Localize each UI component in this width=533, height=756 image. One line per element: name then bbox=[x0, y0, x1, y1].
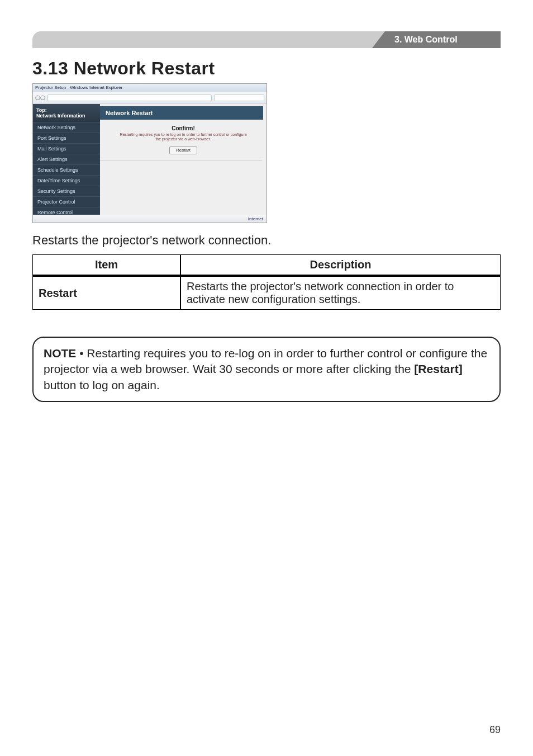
sidebar-item: Schedule Settings bbox=[33, 164, 100, 175]
browser-search bbox=[214, 94, 264, 101]
status-internet-label: Internet bbox=[248, 216, 263, 221]
note-body-2: button to log on again. bbox=[44, 379, 160, 391]
note-restart-bold: [Restart] bbox=[414, 362, 462, 375]
network-restart-screenshot: Projector Setup - Windows Internet Explo… bbox=[32, 83, 267, 223]
note-box: NOTE • Restarting requires you to re-log… bbox=[32, 337, 501, 402]
sidebar-network-info-label: Network Information bbox=[36, 113, 97, 119]
sidebar-item: Network Settings bbox=[33, 122, 100, 133]
page: 3. Web Control 3.13 Network Restart Proj… bbox=[0, 0, 533, 756]
window-title-bar: Projector Setup - Windows Internet Explo… bbox=[33, 84, 266, 92]
note-label: NOTE bbox=[44, 347, 76, 360]
sidebar-top-label: Top: bbox=[36, 107, 97, 113]
sidebar-item: Alert Settings bbox=[33, 154, 100, 164]
sidebar-item: Security Settings bbox=[33, 186, 100, 196]
description-table: Item Description Restart Restarts the pr… bbox=[32, 254, 501, 310]
sidebar-item: Projector Control bbox=[33, 196, 100, 207]
table-cell-item: Restart bbox=[32, 276, 180, 310]
sidebar-item: Mail Settings bbox=[33, 143, 100, 154]
back-forward-icon: ◯◯ bbox=[35, 95, 45, 100]
table-header-item: Item bbox=[32, 254, 180, 276]
sidebar-item: Port Settings bbox=[33, 133, 100, 143]
intro-text: Restarts the projector's network connect… bbox=[32, 233, 501, 248]
page-number: 69 bbox=[489, 724, 501, 736]
confirm-heading: Confirm! bbox=[100, 125, 266, 131]
sidebar-item: Date/Time Settings bbox=[33, 175, 100, 186]
screenshot-body: Top: Network Information Network Setting… bbox=[33, 104, 266, 215]
panel-divider bbox=[100, 160, 262, 160]
table-cell-desc: Restarts the projector's network connect… bbox=[180, 276, 501, 310]
sidebar: Top: Network Information Network Setting… bbox=[33, 104, 100, 215]
confirm-note: Restarting requires you to re-log on in … bbox=[117, 133, 250, 142]
chapter-header-label: 3. Web Control bbox=[372, 31, 501, 48]
browser-status-bar: Internet bbox=[33, 215, 266, 223]
page-title: 3.13 Network Restart bbox=[32, 58, 501, 79]
browser-toolbar: ◯◯ bbox=[33, 92, 266, 104]
chapter-header-bar: 3. Web Control bbox=[32, 31, 501, 48]
sidebar-top-group: Top: Network Information bbox=[33, 104, 100, 122]
screenshot-main: Network Restart Confirm! Restarting requ… bbox=[100, 104, 266, 215]
restart-button[interactable]: Restart bbox=[169, 147, 197, 154]
table-row: Restart Restarts the projector's network… bbox=[32, 276, 501, 310]
table-header-description: Description bbox=[180, 254, 501, 276]
panel-title: Network Restart bbox=[100, 106, 263, 120]
address-bar bbox=[47, 94, 212, 101]
